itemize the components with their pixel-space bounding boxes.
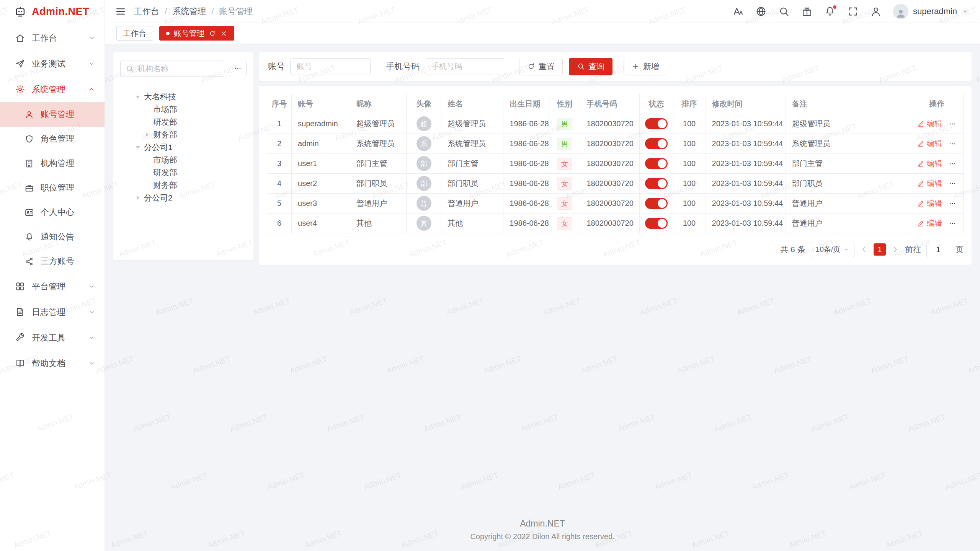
status-toggle[interactable] [645,198,668,209]
search-icon[interactable] [778,6,790,17]
sidebar-item-platform-admin[interactable]: 平台管理 [0,274,105,299]
sidebar-item-account-admin[interactable]: 账号管理 [0,102,105,127]
breadcrumb-item[interactable]: 工作台 [134,6,159,17]
reset-button[interactable]: 重置 [519,58,563,75]
sidebar-item-position-admin[interactable]: 职位管理 [0,176,105,200]
cell-avatar: 部 [407,154,441,174]
gear-icon [15,84,25,95]
tree-node[interactable]: 市场部 [120,103,247,116]
prev-page-button[interactable] [860,245,868,254]
app-logo[interactable]: Admin.NET [0,0,105,23]
user-menu[interactable]: superadmin [893,4,969,19]
tree-node[interactable]: 财务部 [120,128,247,141]
chev-down-icon [88,308,95,316]
sidebar-item-workbench[interactable]: 工作台 [0,25,105,51]
org-tree: 大名科技市场部研发部财务部分公司1市场部研发部财务部分公司2 [120,84,247,204]
tree-node[interactable]: 分公司2 [120,191,247,204]
phone-input[interactable] [425,58,505,75]
user-icon [870,6,882,17]
globe-icon [755,6,767,17]
sidebar-item-profile-center[interactable]: 个人中心 [0,200,105,225]
robot-icon [14,5,27,18]
row-more-button[interactable] [948,140,957,148]
tree-node[interactable]: 研发部 [120,166,247,179]
sidebar-item-third-account[interactable]: 三方账号 [0,249,105,274]
row-more-button[interactable] [948,160,957,168]
edit-button[interactable]: 编辑 [917,158,942,169]
globe-icon[interactable] [755,6,767,17]
sidebar-item-business-test[interactable]: 业务测试 [0,51,105,77]
footer-title: Admin.NET [105,518,980,529]
sidebar-item-org-admin[interactable]: 机构管理 [0,151,105,176]
edit-button[interactable]: 编辑 [917,119,942,129]
sidebar-item-notice[interactable]: 通知公告 [0,225,105,249]
sidebar-item-help-docs[interactable]: 帮助文档 [0,350,105,376]
next-page-button[interactable] [891,245,900,254]
sidebar-item-dev-tools[interactable]: 开发工具 [0,325,105,350]
theme-icon [801,6,813,17]
tree-more-button[interactable] [229,61,247,76]
cell-nickname: 普通用户 [350,194,407,214]
row-more-button[interactable] [948,179,957,188]
page-body: 大名科技市场部研发部财务部分公司1市场部研发部财务部分公司2 账号 手机号码 重… [105,44,980,551]
fullscreen-icon[interactable] [847,6,859,17]
org-search-input[interactable] [138,64,219,73]
document-icon [15,307,25,317]
edit-button[interactable]: 编辑 [917,139,942,149]
font-size-icon[interactable] [732,6,744,17]
shield-icon [24,134,34,144]
status-toggle[interactable] [645,158,668,169]
account-input[interactable] [290,58,371,75]
refresh-icon[interactable] [209,30,216,37]
sidebar-item-log-admin[interactable]: 日志管理 [0,299,105,325]
search-icon [778,6,790,17]
tree-node[interactable]: 市场部 [120,153,247,166]
hamburger-icon[interactable] [115,6,126,17]
cell-nickname: 超级管理员 [350,114,407,134]
cell-account: user4 [292,214,350,233]
tab-label: 账号管理 [174,28,204,39]
status-toggle[interactable] [645,118,668,129]
column-header: 备注 [786,94,910,114]
sidebar-item-system-admin[interactable]: 系统管理 [0,77,105,102]
tab-workbench[interactable]: 工作台 [116,26,153,41]
cell-no: 4 [267,174,292,194]
tree-node-label: 市场部 [153,104,177,115]
user-icon[interactable] [870,6,882,17]
notification-icon[interactable] [824,6,836,17]
breadcrumb-item[interactable]: 系统管理 [172,6,206,17]
table-row: 2admin系统管理员系系统管理员1986-06-28男180200307201… [267,134,964,154]
topbar: 工作台/系统管理/账号管理 superadmin [105,0,980,23]
sidebar-item-role-admin[interactable]: 角色管理 [0,127,105,151]
page-size-select[interactable]: 10条/页 [811,242,854,257]
cell-birth: 1986-06-28 [503,134,549,154]
edit-button[interactable]: 编辑 [917,178,942,189]
avatar-person-icon [895,8,906,19]
tree-node[interactable]: 财务部 [120,179,247,191]
tree-node[interactable]: 分公司1 [120,141,247,153]
cell-avatar: 部 [407,174,441,194]
status-toggle[interactable] [645,178,668,189]
current-page-button[interactable]: 1 [874,243,886,256]
status-toggle[interactable] [645,218,668,229]
search-button[interactable]: 查询 [569,58,612,75]
tab-account-admin[interactable]: 账号管理 [159,26,234,41]
edit-button[interactable]: 编辑 [917,198,942,209]
toggle-knob [658,159,666,168]
row-more-button[interactable] [948,219,957,228]
table-row: 3user1部门主管部部门主管1986-06-28女18020030720100… [267,154,964,174]
edit-button[interactable]: 编辑 [917,218,942,228]
row-more-button[interactable] [948,199,957,208]
tree-node[interactable]: 研发部 [120,116,247,128]
org-search [120,60,224,77]
toggle-knob [658,179,666,188]
goto-page-input[interactable] [926,242,950,257]
add-button[interactable]: 新增 [624,58,667,75]
row-more-button[interactable] [948,120,957,128]
status-toggle[interactable] [645,138,668,149]
notification-badge [832,5,837,10]
tree-node[interactable]: 大名科技 [120,90,247,103]
cell-modified: 2023-01-03 10:59:44 [706,114,786,134]
close-icon[interactable] [220,30,227,37]
theme-icon[interactable] [801,6,813,17]
